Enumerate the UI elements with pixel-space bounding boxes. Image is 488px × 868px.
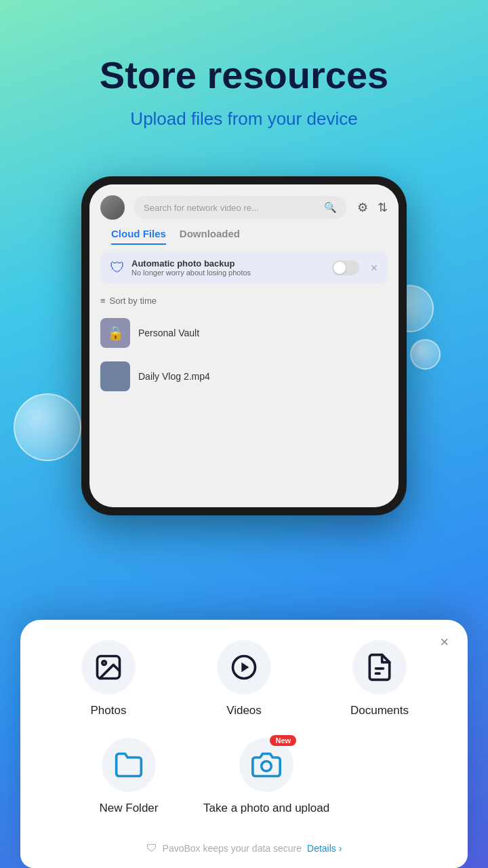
videos-item[interactable]: Videos xyxy=(197,640,291,717)
backup-text: Automatic photo backup No longer worry a… xyxy=(131,258,251,277)
bubble-right2 xyxy=(410,339,441,370)
new-folder-icon xyxy=(114,750,144,780)
shield-icon: 🛡 xyxy=(110,259,125,277)
backup-banner: 🛡 Automatic photo backup No longer worry… xyxy=(100,252,388,283)
documents-icon xyxy=(365,652,394,682)
phone-mockup: Search for network video re... 🔍 ⚙ ⇅ Clo… xyxy=(81,176,407,515)
search-placeholder: Search for network video re... xyxy=(144,203,319,213)
search-bar[interactable]: Search for network video re... 🔍 xyxy=(134,196,346,219)
details-label: Details xyxy=(307,843,336,854)
search-icon: 🔍 xyxy=(324,201,337,214)
details-link[interactable]: Details › xyxy=(307,843,342,854)
videos-label: Videos xyxy=(226,704,262,717)
backup-title: Automatic photo backup xyxy=(131,258,251,269)
camera-icon xyxy=(251,750,281,780)
chevron-right-icon: › xyxy=(339,843,342,854)
file-name: Daily Vlog 2.mp4 xyxy=(138,371,210,382)
photos-icon-circle xyxy=(81,640,136,694)
upload-modal: × Photos Videos xyxy=(20,620,468,868)
avatar xyxy=(100,195,125,220)
take-photo-item[interactable]: New Take a photo and upload xyxy=(203,738,329,815)
filter-icon[interactable]: ⚙ xyxy=(357,200,368,215)
grid-row-1: Photos Videos Documents xyxy=(41,640,447,717)
security-footer: 🛡 PavoBox keeps your data secure Details… xyxy=(41,835,447,854)
sort-icon[interactable]: ⇅ xyxy=(378,200,388,215)
close-button[interactable]: × xyxy=(440,635,449,650)
photos-label: Photos xyxy=(91,704,127,717)
documents-label: Documents xyxy=(350,704,409,717)
take-photo-icon-circle: New xyxy=(239,738,293,792)
shield-small-icon: 🛡 xyxy=(146,842,157,854)
backup-toggle[interactable] xyxy=(332,260,359,275)
videos-icon xyxy=(229,652,259,682)
tabs-row: Cloud Files Downloaded xyxy=(100,220,388,245)
new-folder-label: New Folder xyxy=(100,802,159,815)
backup-desc: No longer worry about losing photos xyxy=(131,269,251,277)
grid-row-2: New Folder New Take a photo and upload xyxy=(41,738,447,815)
phone-frame: Search for network video re... 🔍 ⚙ ⇅ Clo… xyxy=(81,176,407,515)
file-thumb: 🔒 xyxy=(100,318,130,348)
file-thumb xyxy=(100,361,130,391)
new-folder-icon-circle xyxy=(102,738,156,792)
new-folder-item[interactable]: New Folder xyxy=(81,738,176,815)
svg-marker-3 xyxy=(241,663,249,673)
take-photo-label: Take a photo and upload xyxy=(203,802,329,815)
security-text: PavoBox keeps your data secure xyxy=(163,843,302,854)
phone-screen: Search for network video re... 🔍 ⚙ ⇅ Clo… xyxy=(89,184,399,507)
tab-cloud-files[interactable]: Cloud Files xyxy=(111,228,166,245)
videos-icon-circle xyxy=(217,640,271,694)
sort-label: Sort by time xyxy=(110,296,157,306)
file-name: Personal Vault xyxy=(138,328,199,338)
bubble-left xyxy=(14,393,81,461)
photos-item[interactable]: Photos xyxy=(61,640,156,717)
tab-downloaded[interactable]: Downloaded xyxy=(180,228,240,245)
hero-subtitle: Upload files from your device xyxy=(130,108,357,130)
photos-icon xyxy=(94,652,123,682)
sort-row[interactable]: ≡ Sort by time xyxy=(89,290,399,311)
hero-title: Store resources xyxy=(100,54,388,96)
list-item[interactable]: Daily Vlog 2.mp4 xyxy=(89,355,399,398)
documents-item[interactable]: Documents xyxy=(332,640,427,717)
svg-point-6 xyxy=(262,762,272,772)
close-banner-icon[interactable]: ✕ xyxy=(370,262,378,273)
screen-header: Search for network video re... 🔍 ⚙ ⇅ Clo… xyxy=(89,184,399,245)
svg-point-1 xyxy=(102,661,106,665)
sort-icon-small: ≡ xyxy=(100,296,106,306)
new-badge: New xyxy=(270,735,296,746)
list-item[interactable]: 🔒 Personal Vault xyxy=(89,311,399,355)
documents-icon-circle xyxy=(352,640,407,694)
